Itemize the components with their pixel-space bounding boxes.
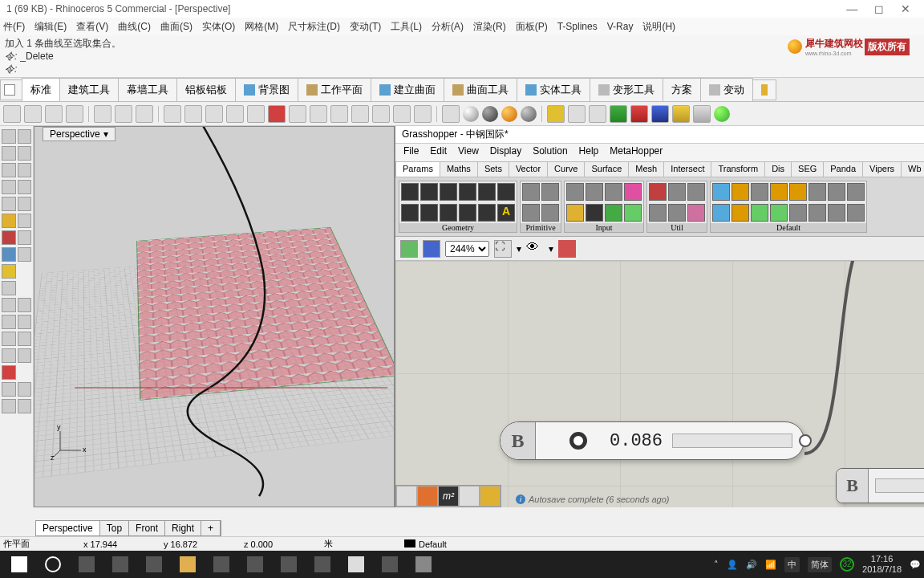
surf2-tool[interactable]	[18, 214, 32, 228]
gh-preview-icon[interactable]: 👁	[526, 240, 544, 258]
tab-icon-left[interactable]	[0, 79, 22, 100]
gh-comp-icon[interactable]	[605, 204, 622, 222]
gh-comp-icon[interactable]	[478, 183, 496, 201]
viewport-perspective[interactable]: Perspective▾ y x z	[34, 126, 395, 507]
ungroup-tool[interactable]	[18, 382, 32, 397]
text-tool[interactable]	[2, 298, 16, 312]
rect-tool[interactable]	[2, 180, 16, 194]
gh-comp-icon[interactable]	[566, 204, 584, 222]
gh-comp-icon[interactable]	[522, 183, 540, 201]
explode-tool[interactable]	[2, 264, 16, 279]
gh-open-icon[interactable]	[400, 240, 418, 258]
gh-comp-icon[interactable]	[732, 183, 749, 201]
menu-edit[interactable]: 编辑(E)	[34, 20, 67, 34]
gh-comp-icon[interactable]	[401, 204, 419, 222]
tab-build[interactable]: 建筑工具	[59, 78, 119, 102]
gh-save-icon[interactable]	[423, 240, 440, 258]
gh-comp-icon[interactable]	[687, 204, 705, 222]
material-sphere-4[interactable]	[521, 106, 537, 122]
tab-surftools[interactable]: 曲面工具	[444, 78, 517, 102]
line-tool[interactable]	[18, 146, 32, 161]
zoom-extents-button[interactable]	[226, 105, 244, 123]
move-tool[interactable]	[2, 315, 16, 329]
gh-tab-vector[interactable]: Vector	[509, 161, 548, 177]
undo-button[interactable]	[268, 105, 286, 123]
gh-tab-transform[interactable]: Transform	[711, 161, 765, 177]
mirror-tool[interactable]	[18, 332, 32, 346]
gh-tab-panda[interactable]: Panda	[823, 161, 863, 177]
tab-alum[interactable]: 铝板铝板	[176, 78, 236, 102]
tool-b[interactable]	[330, 105, 348, 123]
gh-tab-vipers[interactable]: Vipers	[862, 161, 902, 177]
dim-tool[interactable]	[2, 281, 16, 295]
tool-d[interactable]	[372, 105, 390, 123]
save-button[interactable]	[45, 105, 63, 123]
tab-more[interactable]	[752, 79, 776, 100]
gh-comp-icon[interactable]	[789, 204, 807, 222]
gh-cube-icon[interactable]	[417, 486, 438, 507]
menu-file[interactable]: 件(F)	[3, 20, 25, 34]
tab-scheme[interactable]: 方案	[663, 78, 701, 102]
menu-panel[interactable]: 面板(P)	[516, 20, 548, 34]
gh-comp-icon[interactable]	[440, 204, 457, 222]
rotate-button[interactable]	[205, 105, 223, 123]
gh-comp-icon[interactable]	[605, 183, 622, 201]
gh-zoom-select[interactable]: 244%	[445, 241, 489, 257]
trim-tool[interactable]	[2, 348, 16, 363]
tool-c[interactable]	[351, 105, 369, 123]
task-app-4[interactable]	[239, 552, 271, 576]
mesh2-tool[interactable]	[18, 247, 32, 262]
menu-solid[interactable]: 实体(O)	[202, 20, 235, 34]
slider-knob[interactable]	[569, 432, 587, 450]
group-tool[interactable]	[2, 382, 16, 397]
tab-cplane[interactable]: 工作平面	[298, 78, 371, 102]
minimize-button[interactable]: —	[840, 2, 864, 15]
tab-deform[interactable]: 变形工具	[590, 78, 663, 102]
color-yellow[interactable]	[672, 105, 690, 123]
array2-tool[interactable]	[18, 399, 32, 413]
tab-solid[interactable]: 实体工具	[517, 78, 590, 102]
join-tool[interactable]	[2, 365, 16, 380]
split-tool[interactable]	[18, 348, 32, 363]
maximize-button[interactable]: ◻	[867, 2, 891, 15]
gh-area-icon[interactable]: m²	[438, 486, 459, 507]
gh-tab-maths[interactable]: Maths	[440, 161, 478, 177]
menu-view[interactable]: 查看(V)	[76, 20, 108, 34]
gh-tab-curve[interactable]: Curve	[547, 161, 585, 177]
gh-sketch-icon[interactable]	[558, 240, 576, 258]
tray-clock[interactable]: 17:16 2018/7/18	[862, 554, 902, 575]
gh-comp-icon[interactable]	[712, 183, 730, 201]
gh-comp-icon[interactable]	[586, 204, 603, 222]
task-rhino[interactable]	[407, 552, 440, 576]
solid2-tool[interactable]	[18, 230, 32, 245]
gh-comp-icon[interactable]	[847, 183, 865, 201]
gh-menu-metahopper[interactable]: MetaHopper	[610, 145, 663, 160]
tool-a[interactable]	[310, 105, 327, 123]
vp-tab-front[interactable]: Front	[129, 521, 165, 535]
menu-tsplines[interactable]: T-Splines	[557, 21, 598, 32]
gh-comp-icon[interactable]	[789, 183, 807, 201]
command-entry[interactable]: _Delete	[20, 50, 53, 63]
redo-button[interactable]	[289, 105, 306, 123]
mesh-tool[interactable]	[2, 247, 16, 262]
tab-curtain[interactable]: 幕墙工具	[118, 78, 177, 102]
color-blue[interactable]	[651, 105, 669, 123]
lock-button[interactable]	[414, 105, 432, 123]
gh-tab-intersect[interactable]: Intersect	[663, 161, 711, 177]
task-app-7[interactable]	[340, 552, 372, 576]
slider-output-grip[interactable]	[799, 434, 812, 447]
gh-hex-icon[interactable]	[459, 486, 480, 507]
gh-comp-icon[interactable]	[624, 204, 642, 222]
tray-up-icon[interactable]: ˄	[714, 560, 719, 570]
circle-tool[interactable]	[2, 163, 16, 177]
task-app-1[interactable]	[104, 552, 136, 576]
material-sphere-1[interactable]	[463, 106, 479, 122]
menu-analyze[interactable]: 分析(A)	[432, 20, 464, 34]
point-tool[interactable]	[2, 146, 16, 161]
tab-surface[interactable]: 建立曲面	[371, 78, 444, 102]
gh-comp-icon[interactable]	[847, 204, 865, 222]
zoom-window-button[interactable]	[247, 105, 265, 123]
tool-e[interactable]	[393, 105, 411, 123]
gh-comp-icon[interactable]	[478, 204, 496, 222]
color-grey[interactable]	[693, 105, 711, 123]
